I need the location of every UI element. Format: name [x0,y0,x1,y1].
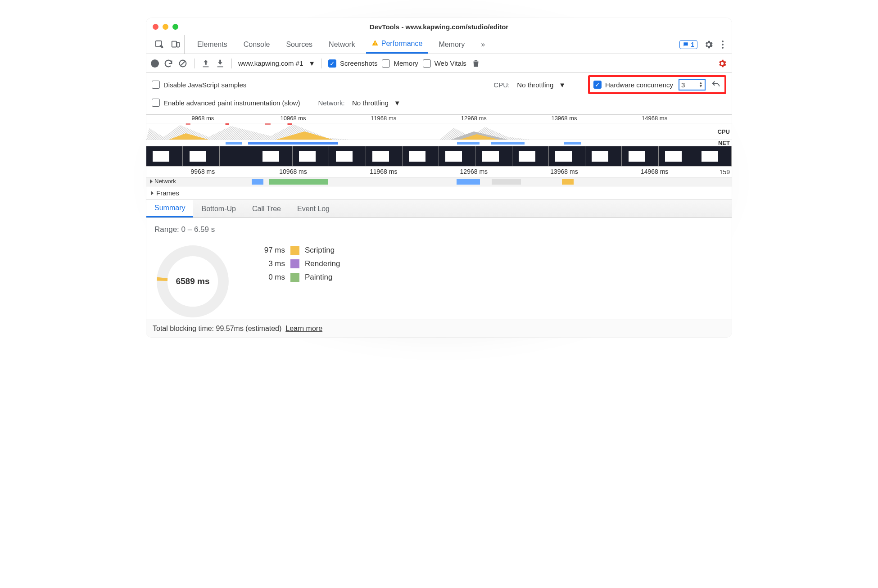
inspect-element-icon[interactable] [154,40,164,50]
filmstrip-frame[interactable] [183,146,219,166]
filmstrip-frame[interactable] [695,146,732,166]
filmstrip-frame[interactable] [622,146,658,166]
legend-value: 0 ms [253,273,285,282]
filmstrip-frame[interactable] [256,146,293,166]
learn-more-link[interactable]: Learn more [285,325,322,332]
tab-label: Event Log [297,205,330,213]
filmstrip-frame[interactable] [585,146,622,166]
filmstrip-frame[interactable] [293,146,329,166]
svg-rect-4 [375,44,375,45]
expand-icon[interactable] [151,191,154,195]
cpu-throttle-select[interactable]: CPU: No throttling ▼ [493,81,566,89]
tab-console[interactable]: Console [238,35,276,54]
tab-label: Network [329,41,355,49]
stepper-icon[interactable]: ▲▼ [699,81,703,88]
tab-network[interactable]: Network [323,35,361,54]
capture-settings-icon[interactable] [717,59,727,68]
filmstrip-frame[interactable] [146,146,183,166]
cpu-track-label: CPU [711,128,732,135]
screenshots-checkbox[interactable]: Screenshots [328,59,377,68]
tab-elements[interactable]: Elements [192,35,233,54]
summary-footer: Total blocking time: 99.57ms (estimated)… [146,320,732,337]
filmstrip-frame[interactable] [403,146,439,166]
disable-js-samples-checkbox[interactable]: Disable JavaScript samples [152,81,246,89]
tab-label: Call Tree [252,205,281,213]
tab-performance[interactable]: Performance [366,35,428,54]
more-menu-icon[interactable] [720,39,725,50]
legend-value: 97 ms [253,246,285,255]
ruler-tick: 11968 ms [371,115,396,122]
load-profile-icon[interactable] [201,59,211,68]
summary-tab-bottom-up[interactable]: Bottom-Up [193,200,244,217]
detail-ruler: 9968 ms 10968 ms 11968 ms 12968 ms 13968… [146,167,732,177]
ruler-tick: 9968 ms [191,115,214,122]
overview-timeline[interactable]: 9968 ms 10968 ms 11968 ms 12968 ms 13968… [146,115,732,200]
ruler-tick: 10968 ms [279,168,307,175]
ruler-tick: 9968 ms [191,168,215,175]
legend-row-scripting: 97 ms Scripting [253,246,340,255]
cpu-overview[interactable] [146,123,711,140]
enable-paint-checkbox[interactable]: Enable advanced paint instrumentation (s… [152,99,300,107]
filmstrip-frame[interactable] [220,146,256,166]
legend-value: 3 ms [253,259,285,268]
svg-rect-2 [177,42,180,47]
legend-row-painting: 0 ms Painting [253,273,340,282]
ruler-tick: 11968 ms [370,168,397,175]
filmstrip-frame[interactable] [475,146,512,166]
summary-tab-summary[interactable]: Summary [146,200,193,217]
network-label: Network: [318,99,345,107]
tab-label: Summary [154,204,185,212]
tab-sources[interactable]: Sources [281,35,318,54]
filmstrip-frame[interactable] [512,146,549,166]
network-track[interactable]: Network [146,177,732,186]
save-profile-icon[interactable] [215,59,225,68]
net-overview[interactable] [146,140,711,146]
net-track-label: NET [711,140,732,146]
hw-concurrency-label: Hardware concurrency [605,81,673,89]
summary-panel: Range: 0 – 6.59 s 6589 ms 97 ms Scriptin… [146,218,732,320]
ruler-tick: 14968 ms [642,115,667,122]
svg-rect-9 [288,123,292,125]
frames-track[interactable]: Frames [146,186,732,200]
device-toolbar-icon[interactable] [171,40,181,50]
legend-swatch [290,273,299,282]
reload-record-button[interactable] [163,59,173,68]
filmstrip-frame[interactable] [439,146,475,166]
webvitals-checkbox[interactable]: Web Vitals [423,59,466,68]
network-throttle-select[interactable]: Network: No throttling ▼ [318,99,401,107]
memory-checkbox[interactable]: Memory [382,59,418,68]
tab-label: Memory [439,41,465,49]
more-tabs-button[interactable]: » [475,35,490,54]
settings-icon[interactable] [704,40,714,50]
hw-concurrency-value: 3 [681,81,685,89]
filmstrip-frame[interactable] [659,146,695,166]
summary-tab-event-log[interactable]: Event Log [289,200,338,217]
cpu-value: No throttling [517,81,553,89]
summary-tab-call-tree[interactable]: Call Tree [244,200,289,217]
filmstrip-frame[interactable] [329,146,366,166]
tab-label: Console [244,41,270,49]
screenshots-label: Screenshots [340,59,377,67]
undo-icon[interactable] [711,80,721,90]
issues-badge[interactable]: 1 [679,40,697,49]
hardware-concurrency-input[interactable]: 3 ▲▼ [679,79,706,90]
chevron-down-icon: ▼ [308,59,315,67]
tab-label: Bottom-Up [201,205,235,213]
gc-icon[interactable] [471,59,481,68]
clear-button[interactable] [178,59,188,68]
filmstrip-frame[interactable] [549,146,585,166]
svg-rect-7 [226,123,229,125]
record-button[interactable] [151,59,159,68]
overview-ruler: 9968 ms 10968 ms 11968 ms 12968 ms 13968… [146,115,732,123]
expand-icon[interactable] [150,179,153,184]
target-label: www.kapwing.com #1 [238,59,303,67]
webvitals-label: Web Vitals [434,59,466,67]
hardware-concurrency-checkbox[interactable]: Hardware concurrency [593,81,673,89]
target-selector[interactable]: www.kapwing.com #1 ▼ [238,59,315,67]
screenshot-filmstrip[interactable] [146,146,732,167]
tab-memory[interactable]: Memory [433,35,470,54]
enable-paint-label: Enable advanced paint instrumentation (s… [163,99,300,107]
filmstrip-frame[interactable] [366,146,403,166]
summary-tabs: Summary Bottom-Up Call Tree Event Log [146,200,732,218]
svg-rect-1 [172,41,177,47]
